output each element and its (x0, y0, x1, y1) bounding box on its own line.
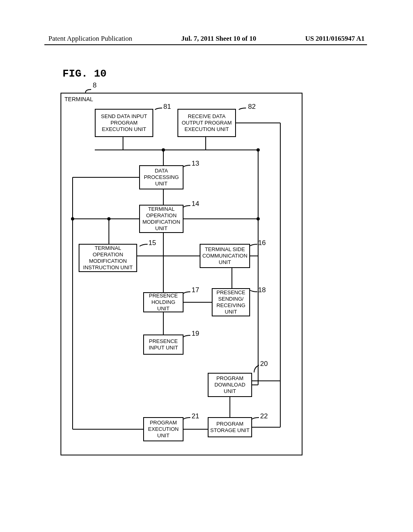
header-center: Jul. 7, 2011 Sheet 10 of 10 (181, 35, 256, 43)
box-16: TERMINAL SIDECOMMUNICATIONUNIT (200, 244, 250, 268)
terminal-outer-box (60, 93, 302, 455)
header-right: US 2011/0165947 A1 (305, 35, 365, 43)
ref-20: 20 (260, 360, 268, 368)
figure-label: FIG. 10 (63, 68, 106, 80)
diagram-canvas: TERMINAL 8 SEND DATA INPUTPROGRAMEXECUTI… (56, 81, 307, 459)
box-82: RECEIVE DATAOUTPUT PROGRAMEXECUTION UNIT (177, 109, 236, 137)
box-13: DATAPROCESSINGUNIT (139, 165, 184, 189)
header-left: Patent Application Publication (48, 35, 132, 43)
ref-15: 15 (148, 239, 156, 247)
box-19: PRESENCEINPUT UNIT (143, 335, 184, 355)
ref-19: 19 (192, 330, 199, 338)
label-81: SEND DATA INPUTPROGRAMEXECUTION UNIT (101, 113, 147, 133)
label-18: PRESENCESENDING/RECEIVINGUNIT (217, 289, 246, 316)
label-22: PROGRAMSTORAGE UNIT (210, 421, 249, 434)
label-82: RECEIVE DATAOUTPUT PROGRAMEXECUTION UNIT (182, 113, 232, 133)
ref-13: 13 (192, 160, 199, 168)
box-20: PROGRAMDOWNLOADUNIT (208, 373, 252, 397)
label-17: PRESENCEHOLDING UNIT (146, 293, 181, 312)
terminal-label: TERMINAL (65, 96, 93, 102)
ref-8: 8 (93, 81, 96, 89)
box-22: PROGRAMSTORAGE UNIT (208, 417, 252, 437)
label-13: DATAPROCESSINGUNIT (144, 168, 179, 187)
page: Patent Application Publication Jul. 7, 2… (0, 0, 413, 532)
ref-22: 22 (260, 412, 268, 420)
page-header: Patent Application Publication Jul. 7, 2… (0, 35, 413, 43)
box-21: PROGRAMEXECUTIONUNIT (143, 417, 184, 441)
box-81: SEND DATA INPUTPROGRAMEXECUTION UNIT (95, 109, 153, 137)
ref-81: 81 (163, 103, 171, 111)
box-17: PRESENCEHOLDING UNIT (143, 292, 184, 312)
box-14: TERMINALOPERATIONMODIFICATIONUNIT (139, 205, 184, 233)
ref-16: 16 (258, 239, 266, 247)
ref-18: 18 (258, 286, 266, 294)
header-rule (44, 44, 367, 45)
label-19: PRESENCEINPUT UNIT (149, 338, 178, 351)
ref-14: 14 (192, 200, 199, 208)
label-21: PROGRAMEXECUTIONUNIT (148, 420, 179, 439)
ref-17: 17 (192, 286, 199, 294)
label-15: TERMINALOPERATIONMODIFICATIONINSTRUCTION… (83, 245, 133, 271)
label-20: PROGRAMDOWNLOADUNIT (215, 375, 246, 395)
ref-21: 21 (192, 412, 199, 420)
label-16: TERMINAL SIDECOMMUNICATIONUNIT (202, 246, 248, 266)
label-14: TERMINALOPERATIONMODIFICATIONUNIT (142, 206, 180, 232)
box-18: PRESENCESENDING/RECEIVINGUNIT (212, 288, 250, 316)
box-15: TERMINALOPERATIONMODIFICATIONINSTRUCTION… (79, 244, 137, 272)
ref-82: 82 (248, 103, 256, 111)
